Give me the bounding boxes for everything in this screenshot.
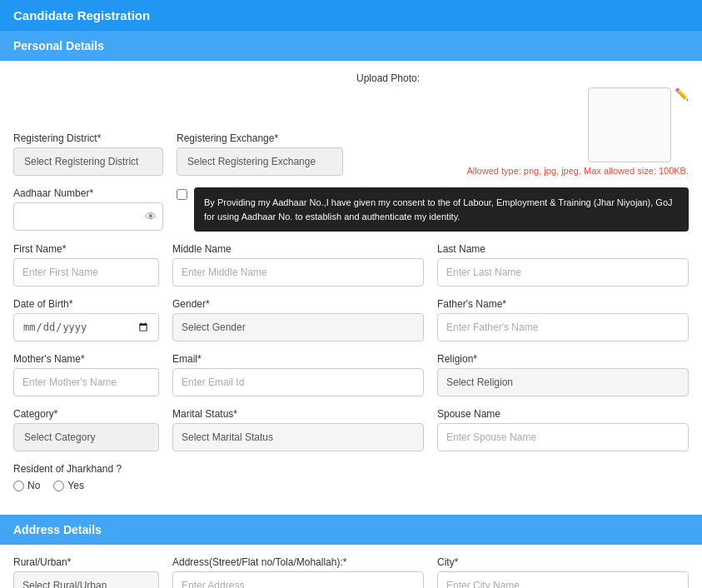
upload-photo-area: Upload Photo: ✏️ Allowed type: png, jpg,… — [356, 72, 689, 176]
resident-no-text: No — [27, 480, 40, 491]
email-group: Email* — [172, 353, 424, 396]
last-name-input[interactable] — [437, 258, 689, 287]
marital-status-label: Marital Status* — [172, 408, 424, 420]
address-group: Address(Street/Flat no/Tola/Mohallah):* — [172, 556, 424, 588]
photo-hint-text: Allowed type: png, jpg, jpeg. Max allowe… — [466, 166, 689, 176]
dob-label: Date of Birth* — [13, 298, 159, 310]
resident-jharkhand-group: Resident of Jharkhand ? No Yes — [13, 463, 689, 491]
resident-yes-text: Yes — [67, 480, 84, 491]
category-label: Category* — [13, 408, 159, 420]
mothers-name-input[interactable] — [13, 368, 159, 396]
mothers-name-label: Mother's Name* — [13, 353, 159, 365]
rural-urban-label: Rural/Urban* — [13, 556, 159, 568]
dob-input[interactable] — [13, 313, 159, 341]
email-input[interactable] — [172, 368, 424, 396]
registering-exchange-button[interactable]: Select Registering Exchange — [177, 147, 343, 176]
city-input[interactable] — [437, 571, 689, 588]
city-group: City* — [437, 556, 689, 588]
fathers-name-group: Father's Name* — [437, 298, 689, 341]
resident-jharkhand-label: Resident of Jharkhand ? — [13, 463, 689, 475]
consent-checkbox[interactable] — [177, 189, 187, 200]
last-name-label: Last Name — [437, 243, 689, 255]
rural-urban-select[interactable]: Select Rural/Urban Rural Urban — [13, 571, 159, 588]
fathers-name-input[interactable] — [437, 313, 689, 341]
gender-select[interactable]: Select Gender Male Female Other — [172, 313, 424, 341]
aadhaar-number-group: Aadhaar Number* 👁 — [13, 187, 163, 231]
upload-photo-label: Upload Photo: — [356, 72, 420, 84]
registering-district-button[interactable]: Select Registering District — [13, 147, 163, 176]
spouse-name-input[interactable] — [437, 423, 689, 451]
spouse-name-group: Spouse Name — [437, 408, 689, 451]
aadhaar-number-label: Aadhaar Number* — [13, 187, 163, 199]
resident-yes-radio[interactable] — [53, 481, 64, 491]
religion-select[interactable]: Select Religion Hindu Muslim Christian S… — [437, 368, 689, 396]
page-title: Candidate Registration — [0, 0, 702, 31]
religion-label: Religion* — [437, 353, 689, 365]
aadhaar-number-input[interactable] — [13, 202, 163, 231]
middle-name-input[interactable] — [172, 258, 424, 287]
address-input[interactable] — [172, 571, 424, 588]
resident-no-label[interactable]: No — [13, 480, 40, 491]
fathers-name-label: Father's Name* — [437, 298, 689, 310]
address-details-header: Address Details — [0, 515, 702, 545]
gender-label: Gender* — [172, 298, 424, 310]
mothers-name-group: Mother's Name* — [13, 353, 159, 396]
first-name-group: First Name* — [13, 243, 159, 287]
consent-text: By Providing my Aadhaar No.,I have given… — [194, 187, 689, 232]
registering-exchange-label: Registering Exchange* — [177, 132, 343, 144]
category-button[interactable]: Select Category — [13, 423, 159, 451]
middle-name-label: Middle Name — [172, 243, 424, 255]
resident-yes-label[interactable]: Yes — [53, 480, 84, 491]
eye-icon[interactable]: 👁 — [145, 210, 157, 223]
email-label: Email* — [172, 353, 424, 365]
category-group: Category* Select Category — [13, 408, 159, 451]
marital-status-select[interactable]: Select Marital Status Single Married Div… — [172, 423, 424, 451]
address-label: Address(Street/Flat no/Tola/Mohallah):* — [172, 556, 424, 568]
registering-district-label: Registering District* — [13, 132, 163, 144]
marital-status-group: Marital Status* Select Marital Status Si… — [172, 408, 424, 451]
spouse-name-label: Spouse Name — [437, 408, 689, 420]
last-name-group: Last Name — [437, 243, 689, 287]
resident-no-radio[interactable] — [13, 481, 24, 491]
personal-details-header: Personal Details — [0, 31, 702, 61]
religion-group: Religion* Select Religion Hindu Muslim C… — [437, 353, 689, 396]
consent-area: By Providing my Aadhaar No.,I have given… — [177, 187, 689, 232]
registering-district-group: Registering District* Select Registering… — [13, 132, 163, 176]
first-name-label: First Name* — [13, 243, 159, 255]
city-label: City* — [437, 556, 689, 568]
photo-edit-icon[interactable]: ✏️ — [675, 87, 689, 101]
gender-group: Gender* Select Gender Male Female Other — [172, 298, 424, 341]
dob-group: Date of Birth* — [13, 298, 159, 341]
registering-exchange-group: Registering Exchange* Select Registering… — [177, 132, 343, 176]
first-name-input[interactable] — [13, 258, 159, 287]
rural-urban-group: Rural/Urban* Select Rural/Urban Rural Ur… — [13, 556, 159, 588]
photo-box — [588, 87, 671, 162]
middle-name-group: Middle Name — [172, 243, 424, 287]
